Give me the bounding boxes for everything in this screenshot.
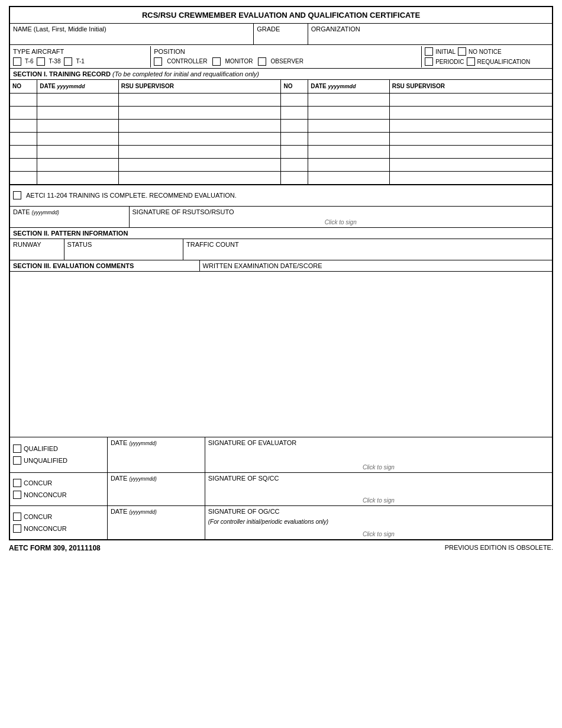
form-title: RCS/RSU CREWMEMBER EVALUATION AND QUALIF…	[10, 7, 552, 24]
click-to-sign-evaluator[interactable]: Click to sign	[208, 464, 549, 471]
name-grade-org-row: NAME (Last, First, Middle Initial) GRADE…	[10, 24, 552, 45]
no-notice-label: NO NOTICE	[469, 49, 502, 55]
type-aircraft-label: TYPE AIRCRAFT	[13, 48, 64, 55]
table-row	[10, 106, 552, 119]
t1-checkbox[interactable]	[64, 57, 72, 66]
requalification-checkbox[interactable]	[467, 57, 475, 66]
monitor-label: MONITOR	[225, 58, 253, 65]
date-left-3	[37, 119, 118, 132]
footer-note: PREVIOUS EDITION IS OBSOLETE.	[445, 544, 553, 552]
date-sig-rsutso-row: DATE (yyyymmdd) SIGNATURE OF RSUTSO/RSUT…	[10, 207, 552, 228]
periodic-checkbox[interactable]	[425, 57, 433, 66]
date-right-2	[308, 106, 389, 119]
rsu-left-5	[118, 145, 281, 158]
rsu-right-3	[389, 119, 552, 132]
date-label: DATE	[13, 208, 30, 215]
qualified-checkbox-row: QUALIFIED	[13, 444, 104, 453]
sqcc-row: CONCUR NONCONCUR DATE (yyyymmdd) SIGNATU…	[10, 473, 552, 506]
sqcc-date-cell: DATE (yyyymmdd)	[108, 473, 205, 505]
col-no-left: NO	[10, 80, 37, 93]
name-label: NAME (Last, First, Middle Initial)	[13, 25, 106, 33]
col-rsu-right: RSU SUPERVISOR	[389, 80, 552, 93]
sig-ogcc-note: (For controller initial/periodic evaluat…	[208, 518, 549, 525]
no-right-2	[281, 106, 308, 119]
sqcc-boxes-cell: CONCUR NONCONCUR	[10, 473, 108, 505]
qualified-row: QUALIFIED UNQUALIFIED DATE (yyyymmdd) SI…	[10, 437, 552, 473]
sqcc-date-label: DATE	[111, 475, 128, 482]
observer-checkbox[interactable]	[258, 57, 266, 66]
sig-evaluator-label: SIGNATURE OF EVALUATOR	[208, 439, 549, 446]
nonconcur-checkbox-sqcc[interactable]	[13, 491, 21, 499]
no-notice-checkbox[interactable]	[458, 47, 466, 56]
training-table: NO DATE yyyymmdd RSU SUPERVISOR NO DATE …	[10, 80, 552, 185]
date-right-1	[308, 93, 389, 106]
traffic-cell: TRAFFIC COUNT	[183, 239, 552, 260]
no-left-4	[10, 132, 37, 145]
sqcc-sig-cell: SIGNATURE OF SQ/CC Click to sign	[205, 473, 552, 505]
periodic-label: PERIODIC	[435, 59, 464, 65]
grade-label: GRADE	[257, 25, 280, 33]
periodic-requalif-row: PERIODIC REQUALIFICATION	[425, 57, 549, 66]
requalification-label: REQUALIFICATION	[477, 59, 531, 65]
t38-checkbox[interactable]	[37, 57, 45, 66]
section1-note: (To be completed for initial and requali…	[112, 70, 259, 78]
nonconcur-checkbox-row-ogcc: NONCONCUR	[13, 524, 104, 533]
t6-checkbox[interactable]	[13, 57, 21, 66]
no-right-7	[281, 171, 308, 184]
grade-cell: GRADE	[254, 24, 308, 44]
rsu-left-6	[118, 158, 281, 171]
section1-header: SECTION I. TRAINING RECORD (To be comple…	[10, 69, 552, 80]
unqualified-checkbox[interactable]	[13, 456, 21, 465]
qual-boxes-cell: QUALIFIED UNQUALIFIED	[10, 437, 108, 472]
concur-label-ogcc: CONCUR	[24, 513, 52, 520]
sig-rsutso-label: SIGNATURE OF RSUTSO/RSUTO	[133, 208, 549, 215]
eval-comments-area[interactable]	[10, 272, 552, 437]
date-right-7	[308, 171, 389, 184]
initial-label: INITIAL	[435, 49, 456, 55]
t6-label: T-6	[25, 58, 33, 65]
concur-checkbox-sqcc[interactable]	[13, 479, 21, 487]
initial-notice-row: INITIAL NO NOTICE	[425, 47, 549, 56]
ogcc-date-format-label: (yyyymmdd)	[129, 509, 156, 515]
sig-ogcc-label: SIGNATURE OF OG/CC	[208, 508, 549, 515]
check-options-cell: INITIAL NO NOTICE PERIODIC REQUALIFICATI…	[422, 46, 552, 67]
eval-date-label: DATE	[111, 439, 128, 446]
no-right-6	[281, 158, 308, 171]
controller-checkbox[interactable]	[154, 57, 162, 66]
date-format-label: (yyyymmdd)	[32, 210, 59, 215]
nonconcur-checkbox-ogcc[interactable]	[13, 524, 21, 533]
evaluator-date-cell: DATE (yyyymmdd)	[108, 437, 205, 472]
runway-label: RUNWAY	[13, 241, 41, 248]
training-table-wrapper: NO DATE yyyymmdd RSU SUPERVISOR NO DATE …	[10, 80, 552, 185]
col-date-left: DATE yyyymmdd	[37, 80, 118, 93]
table-row	[10, 119, 552, 132]
concur-checkbox-row-ogcc: CONCUR	[13, 513, 104, 521]
ogcc-date-cell: DATE (yyyymmdd)	[108, 506, 205, 539]
no-right-1	[281, 93, 308, 106]
org-cell: ORGANIZATION	[308, 24, 552, 44]
no-right-4	[281, 132, 308, 145]
concur-checkbox-ogcc[interactable]	[13, 513, 21, 521]
no-left-3	[10, 119, 37, 132]
ogcc-sig-cell: SIGNATURE OF OG/CC (For controller initi…	[205, 506, 552, 539]
nonconcur-label-ogcc: NONCONCUR	[24, 525, 67, 532]
click-to-sign-sqcc[interactable]: Click to sign	[208, 497, 549, 504]
rsu-right-7	[389, 171, 552, 184]
no-left-5	[10, 145, 37, 158]
runway-status-row: RUNWAY STATUS TRAFFIC COUNT	[10, 239, 552, 260]
monitor-checkbox[interactable]	[212, 57, 221, 66]
qualified-checkbox[interactable]	[13, 444, 21, 453]
date-left-1	[37, 93, 118, 106]
rsu-left-4	[118, 132, 281, 145]
section2-header: SECTION II. PATTERN INFORMATION	[10, 228, 552, 239]
initial-checkbox[interactable]	[425, 47, 433, 56]
rsu-left-3	[118, 119, 281, 132]
click-to-sign-ogcc[interactable]: Click to sign	[208, 531, 549, 537]
table-row	[10, 93, 552, 106]
date-left-5	[37, 145, 118, 158]
no-left-7	[10, 171, 37, 184]
nonconcur-label-sqcc: NONCONCUR	[24, 491, 67, 498]
aetci-checkbox[interactable]	[13, 191, 21, 199]
click-to-sign-rsutso[interactable]: Click to sign	[133, 219, 549, 226]
date-left-6	[37, 158, 118, 171]
